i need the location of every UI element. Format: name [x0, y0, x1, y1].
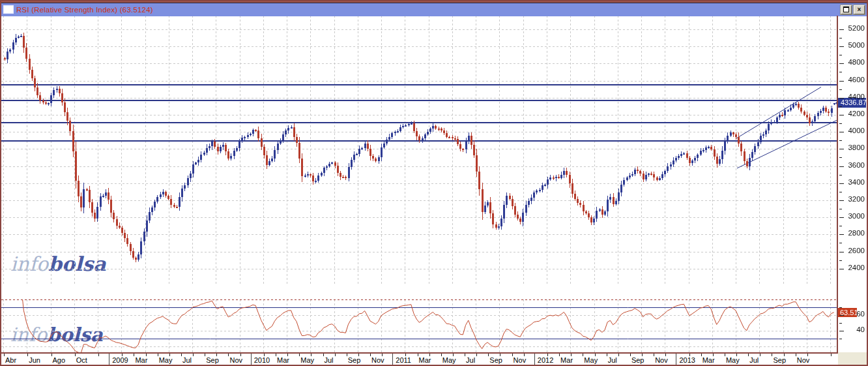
time-tick	[122, 354, 123, 356]
rsi-window-icon[interactable]	[3, 5, 14, 14]
price-tick	[839, 81, 844, 82]
month-label: Mar	[277, 356, 289, 364]
month-label: Jul	[182, 356, 192, 364]
time-tick	[654, 354, 654, 356]
price-tick	[839, 63, 844, 64]
time-tick	[276, 354, 276, 356]
time-tick	[476, 354, 477, 356]
year-separator	[109, 354, 109, 365]
month-label: May	[584, 356, 598, 364]
rsi-close-button[interactable]: ×	[854, 5, 865, 14]
time-tick	[807, 354, 808, 356]
month-label: Sep	[206, 356, 219, 364]
time-tick	[713, 354, 714, 356]
year-separator	[251, 354, 252, 365]
rsi-tick-label: 40	[856, 326, 865, 333]
price-tick	[839, 269, 844, 269]
time-tick	[748, 354, 749, 356]
time-tick	[512, 354, 513, 356]
rsi-minor-tick	[839, 339, 842, 339]
price-tick	[839, 234, 844, 235]
month-label: Sep	[348, 356, 361, 364]
time-tick	[642, 354, 643, 356]
price-tick	[839, 183, 844, 184]
time-tick	[347, 354, 347, 356]
month-label: May	[300, 356, 314, 364]
year-label: 2010	[254, 356, 270, 364]
month-label: May	[442, 356, 456, 364]
time-tick	[98, 354, 99, 356]
price-minor-tick	[839, 260, 842, 261]
time-tick	[465, 354, 465, 356]
rsi-restore-button[interactable]	[841, 5, 852, 14]
time-tick	[146, 354, 147, 356]
time-tick	[75, 354, 76, 356]
price-tick-label: 2400	[848, 264, 865, 271]
rsi-restore-icon	[843, 7, 849, 12]
year-label: 2013	[679, 356, 695, 364]
price-minor-tick	[839, 89, 842, 90]
price-tick	[839, 132, 844, 132]
time-tick	[240, 354, 241, 356]
rsi-minor-tick	[839, 323, 842, 324]
year-label: 2009	[112, 356, 128, 364]
time-tick	[418, 354, 418, 356]
price-chart-canvas[interactable]	[1, 16, 838, 285]
time-tick	[228, 354, 229, 356]
price-axis: 4336.87 52005000480046004400420040003800…	[838, 16, 867, 285]
price-tick	[839, 200, 844, 201]
month-label: Sep	[773, 356, 786, 364]
time-tick	[4, 354, 5, 356]
year-separator	[392, 354, 393, 365]
time-tick	[405, 354, 406, 356]
time-tick	[335, 354, 336, 356]
price-tick	[839, 98, 844, 99]
price-tick	[839, 115, 844, 115]
price-tick	[839, 29, 844, 30]
time-tick	[299, 354, 300, 356]
time-tick	[287, 354, 288, 356]
price-tick-label: 5000	[848, 41, 865, 49]
price-minor-tick	[839, 38, 842, 38]
price-minor-tick	[839, 72, 842, 72]
time-tick	[441, 354, 442, 356]
month-label: Mar	[135, 356, 147, 364]
time-tick	[382, 354, 383, 356]
time-tick	[630, 354, 631, 356]
price-tick-label: 4800	[848, 58, 865, 66]
month-label: Jun	[29, 356, 40, 364]
month-label: Jul	[608, 356, 617, 364]
price-minor-tick	[839, 226, 842, 226]
month-label: Mar	[419, 356, 431, 364]
time-tick	[524, 354, 525, 356]
price-minor-tick	[839, 106, 842, 107]
time-tick	[429, 354, 430, 356]
time-tick	[323, 354, 324, 356]
rsi-chart-canvas[interactable]	[1, 299, 838, 352]
price-minor-tick	[839, 192, 842, 192]
rsi-panel-titlebar[interactable]: RSI (Relative Strength Index) (63.5124) …	[1, 1, 867, 16]
month-label: Nov	[229, 356, 242, 364]
month-label: Jul	[749, 356, 759, 364]
month-label: Nov	[655, 356, 668, 364]
price-tick-label: 4600	[848, 76, 865, 84]
time-tick	[796, 354, 796, 356]
price-tick	[839, 46, 844, 47]
month-label: May	[159, 356, 173, 364]
time-tick	[134, 354, 134, 356]
time-tick	[665, 354, 666, 356]
year-separator	[676, 354, 676, 365]
time-tick	[181, 354, 182, 356]
price-minor-tick	[839, 55, 842, 55]
time-tick	[51, 354, 52, 356]
rsi-tick-label: 60	[856, 310, 865, 318]
year-separator	[534, 354, 535, 365]
time-tick	[27, 354, 28, 356]
month-label: Nov	[371, 356, 384, 364]
price-minor-tick	[839, 243, 842, 243]
price-tick	[839, 252, 844, 252]
time-tick	[158, 354, 158, 356]
price-minor-tick	[839, 175, 842, 175]
month-label: Jul	[325, 356, 334, 364]
price-tick-label: 3200	[848, 195, 865, 203]
